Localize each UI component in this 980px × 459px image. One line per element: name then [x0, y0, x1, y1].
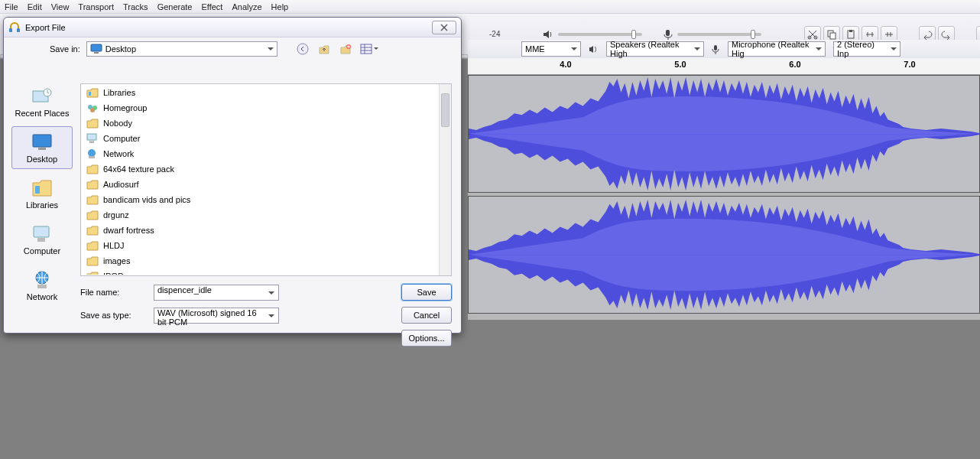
svg-rect-29	[87, 134, 96, 140]
new-folder-icon[interactable]	[337, 41, 354, 57]
svg-rect-15	[361, 44, 372, 54]
input-device-combo[interactable]: Microphone (Realtek Hig	[728, 41, 826, 57]
svg-point-13	[297, 44, 308, 54]
save-in-combo[interactable]: Desktop	[86, 41, 277, 57]
menu-generate[interactable]: Generate	[157, 2, 193, 11]
input-volume-slider[interactable]	[677, 33, 761, 36]
menu-file[interactable]: File	[5, 2, 18, 11]
svg-rect-9	[9, 28, 12, 32]
save-in-label: Save in:	[50, 44, 80, 54]
place-network[interactable]: Network	[11, 264, 73, 307]
libraries-icon	[86, 86, 99, 99]
list-item[interactable]: images	[82, 253, 439, 269]
list-item[interactable]: Homegroup	[82, 100, 439, 116]
folder-icon	[86, 224, 99, 236]
place-recent[interactable]: Recent Places	[11, 80, 73, 123]
tracks-area	[468, 75, 980, 320]
svg-point-28	[90, 108, 95, 112]
user-folder-icon	[86, 117, 99, 129]
type-label: Save as type:	[80, 311, 146, 320]
output-volume-slider[interactable]	[558, 33, 642, 36]
menu-transport[interactable]: Transport	[78, 2, 114, 11]
svg-rect-4	[830, 33, 836, 39]
place-desktop[interactable]: Desktop	[11, 126, 73, 169]
list-item[interactable]: Network	[82, 146, 439, 161]
filename-label: File name:	[80, 288, 146, 297]
list-item[interactable]: Nobody	[82, 116, 439, 131]
place-computer[interactable]: Computer	[11, 218, 73, 261]
up-folder-icon[interactable]	[316, 41, 333, 57]
list-item[interactable]: HLDJ	[82, 238, 439, 253]
dialog-close-button[interactable]	[432, 21, 456, 34]
list-item[interactable]: 64x64 texture pack	[82, 161, 439, 177]
dialog-titlebar[interactable]: Export File	[4, 18, 461, 37]
svg-rect-24	[37, 285, 47, 288]
recent-places-icon	[30, 86, 54, 107]
menu-edit[interactable]: Edit	[28, 2, 42, 11]
waveform-track-right[interactable]	[468, 196, 980, 314]
list-item[interactable]: Audiosurf	[82, 177, 439, 192]
folder-icon	[86, 209, 99, 221]
svg-rect-25	[89, 92, 91, 96]
dialog-title: Export File	[25, 23, 66, 32]
place-libraries[interactable]: Libraries	[11, 172, 73, 215]
computer-small-icon	[86, 132, 99, 145]
svg-rect-20	[35, 186, 40, 194]
desktop-icon	[30, 132, 54, 153]
channels-combo[interactable]: 2 (Stereo) Inp	[833, 41, 900, 57]
output-device-combo[interactable]: Speakers (Realtek High	[606, 41, 704, 57]
svg-rect-0	[666, 30, 670, 36]
svg-point-31	[88, 149, 96, 157]
filename-input[interactable]: dispencer_idle	[154, 285, 279, 301]
svg-rect-32	[89, 156, 95, 158]
file-list-scrollbar[interactable]	[439, 84, 451, 275]
waveform-track-left[interactable]	[468, 75, 980, 193]
svg-rect-30	[89, 141, 94, 143]
places-bar: Recent Places Desktop Libraries Computer…	[8, 80, 76, 327]
svg-rect-6	[849, 30, 852, 32]
list-item[interactable]: Libraries	[82, 85, 439, 100]
app-headphones-icon	[8, 21, 21, 34]
cancel-button[interactable]: Cancel	[401, 307, 452, 324]
menu-bar: File Edit View Transport Tracks Generate…	[0, 0, 980, 14]
list-item[interactable]: drgunz	[82, 207, 439, 223]
folder-icon	[86, 239, 99, 252]
list-item[interactable]: Computer	[82, 131, 439, 146]
svg-rect-11	[91, 44, 102, 51]
menu-tracks[interactable]: Tracks	[123, 2, 148, 11]
menu-analyze[interactable]: Analyze	[232, 2, 261, 11]
meter-label: -24	[489, 30, 500, 38]
monitor-icon	[90, 44, 102, 54]
menu-view[interactable]: View	[51, 2, 70, 11]
network-small-icon	[86, 148, 99, 160]
options-button[interactable]: Options...	[401, 330, 452, 347]
speaker-small-icon	[589, 44, 599, 54]
ruler-tick: 4.0	[560, 60, 571, 69]
back-icon[interactable]	[294, 41, 311, 57]
folder-icon	[86, 163, 99, 175]
folder-icon	[86, 194, 99, 206]
svg-rect-19	[38, 148, 46, 150]
view-menu-icon[interactable]	[359, 41, 380, 57]
device-row: MME Speakers (Realtek High Microphone (R…	[468, 40, 980, 58]
save-as-type-combo[interactable]: WAV (Microsoft) signed 16 bit PCM	[154, 308, 279, 324]
timeline-ruler[interactable]: 4.0 5.0 6.0 7.0	[468, 58, 980, 75]
menu-effect[interactable]: Effect	[202, 2, 223, 11]
ruler-tick: 7.0	[904, 60, 915, 69]
audio-host-combo[interactable]: MME	[521, 41, 581, 57]
computer-icon	[30, 223, 54, 245]
list-item[interactable]: dwarf fortress	[82, 223, 439, 238]
svg-rect-12	[94, 52, 99, 54]
homegroup-icon	[86, 102, 99, 114]
ruler-tick: 5.0	[674, 60, 686, 69]
folder-icon	[86, 178, 99, 190]
menu-help[interactable]: Help	[271, 2, 289, 11]
file-list[interactable]: Libraries Homegroup Nobody Computer Netw…	[80, 83, 452, 276]
list-item[interactable]: IPOD	[82, 269, 439, 275]
libraries-icon	[30, 177, 54, 199]
list-item[interactable]: bandicam vids and pics	[82, 192, 439, 207]
mic-small-icon	[712, 44, 720, 54]
save-button[interactable]: Save	[401, 284, 452, 301]
svg-rect-10	[17, 28, 20, 32]
svg-rect-8	[714, 45, 717, 50]
